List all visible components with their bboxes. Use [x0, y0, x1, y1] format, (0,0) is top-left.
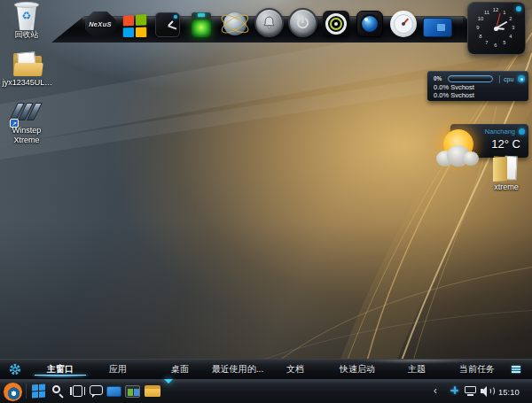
clock-number: 7: [483, 40, 490, 45]
tab-recent[interactable]: 最近使用的...: [212, 363, 263, 376]
gauge-icon: [390, 11, 417, 37]
recycle-symbol-icon: ♻: [14, 11, 39, 21]
cpu-usage-bar: [448, 75, 493, 82]
nexus-tab-bar: 主窗口 应用 桌面 最近使用的... 文档 快速启动 主题 当前任务: [0, 359, 532, 378]
desktop: NeXuS: [0, 0, 532, 403]
nexus-logo-icon: NeXuS: [85, 12, 116, 37]
widget-status-dot-icon[interactable]: [518, 75, 525, 82]
tray-hidden-icons-chevron[interactable]: ‹: [434, 384, 437, 397]
dock-icon-gauge[interactable]: [387, 4, 420, 37]
globe-icon: [222, 11, 248, 37]
tab-current-tasks[interactable]: 当前任务: [459, 363, 495, 376]
taskbar-icon-media-app[interactable]: [125, 385, 140, 398]
winstep-logo-icon: ↗: [10, 101, 43, 126]
dock-icon-camera[interactable]: [353, 4, 387, 37]
cpu-meter-label: cpu: [504, 76, 513, 82]
windows-logo-icon: [122, 14, 145, 37]
chat-icon[interactable]: [90, 384, 104, 398]
recycle-bin-label: 回收站: [4, 30, 50, 40]
weather-widget[interactable]: Nanchang 12° C: [450, 124, 528, 158]
clock-widget[interactable]: 12 1 2 3 4 5 6 7 8 9 10 11: [467, 2, 526, 55]
search-icon[interactable]: [51, 384, 66, 399]
user-folder-label: jyx12345UL…: [2, 78, 53, 88]
analog-clock-icon: [155, 12, 180, 37]
panel-handle-icon[interactable]: [512, 366, 520, 374]
clock-number: 2: [507, 16, 514, 21]
taskbar-icon-blender[interactable]: [4, 383, 22, 401]
cpu-process-1: 0.0% Svchost: [434, 83, 474, 91]
winstep-label-line2: Xtreme: [4, 136, 50, 145]
desktop-icon-recycle-bin[interactable]: ♻ 回收站: [4, 2, 50, 40]
file-explorer-icon[interactable]: [145, 385, 160, 398]
dock: NeXuS: [83, 4, 454, 37]
widget-status-dot-icon[interactable]: [516, 6, 521, 12]
dock-icon-windows[interactable]: [117, 4, 151, 37]
tab-quick-launch[interactable]: 快速启动: [340, 363, 375, 376]
weather-location: Nanchang: [485, 128, 515, 136]
clock-center-cap: [494, 27, 498, 31]
nexus-brand-text: NeXuS: [89, 20, 112, 28]
cpu-process-2: 0.0% Svchost: [434, 91, 474, 99]
tab-themes[interactable]: 主题: [408, 363, 426, 376]
desktop-icon-user-folder[interactable]: jyx12345UL…: [2, 51, 53, 88]
dock-icon-speaker[interactable]: [319, 4, 353, 37]
clock-number: 9: [474, 25, 481, 30]
tab-desktop[interactable]: 桌面: [171, 363, 189, 376]
cpu-usage-percent: 0%: [434, 75, 442, 81]
tray-accent-plus-icon[interactable]: [450, 386, 458, 394]
divider: [499, 75, 500, 83]
taskbar-clock[interactable]: 15:10: [498, 387, 520, 397]
dock-icon-clock[interactable]: [151, 4, 184, 37]
widget-status-dot-icon[interactable]: [519, 128, 525, 135]
shortcut-arrow-icon: ↗: [10, 119, 19, 128]
power-icon: [288, 8, 317, 37]
xtreme-folder-label: xtreme: [486, 182, 527, 192]
dock-pointer-icon: [164, 379, 173, 384]
dock-icon-internet[interactable]: [218, 4, 252, 37]
desktop-icon-winstep[interactable]: ↗ Winstep Xtreme: [4, 101, 50, 145]
speaker-icon: [323, 11, 349, 37]
dock-icon-nexus[interactable]: NeXuS: [83, 4, 117, 37]
recycle-bin-icon: ♻: [14, 2, 39, 30]
clock-number: 3: [510, 25, 517, 30]
clock-number: 6: [492, 43, 499, 48]
tab-documents[interactable]: 文档: [286, 363, 304, 376]
network-icon[interactable]: [465, 386, 477, 396]
dock-icon-desktop-preview[interactable]: [420, 4, 454, 37]
recycle-bin-full-icon: [191, 12, 212, 37]
weather-temperature: 12° C: [491, 137, 520, 151]
desktop-preview-icon: [423, 18, 452, 37]
folder-icon: [12, 51, 43, 78]
clock-number: 10: [477, 16, 484, 21]
clock-number: 5: [501, 40, 508, 45]
tab-main-window[interactable]: 主窗口: [47, 363, 74, 376]
cpu-meter-widget[interactable]: 0% cpu 0.0% Svchost 0.0% Svchost: [427, 71, 528, 101]
clock-number: 1: [501, 10, 508, 15]
camera-lens-icon: [356, 11, 383, 37]
open-folder-icon: [491, 154, 521, 182]
wallpaper-light-streaks: [0, 0, 532, 403]
volume-icon[interactable]: [481, 385, 494, 397]
task-view-icon[interactable]: [70, 384, 85, 398]
bell-icon: [254, 8, 284, 37]
clock-number: 11: [483, 10, 490, 15]
tab-applications[interactable]: 应用: [109, 363, 127, 376]
settings-gear-icon[interactable]: [9, 363, 21, 376]
taskbar-window-thumbnail[interactable]: [106, 386, 121, 397]
dock-icon-power[interactable]: [286, 4, 319, 37]
dock-icon-bell[interactable]: [252, 4, 286, 37]
taskbar-separator: [26, 384, 27, 399]
desktop-icon-xtreme-folder[interactable]: xtreme: [486, 154, 527, 192]
dock-icon-recycle-full[interactable]: [184, 4, 218, 37]
clock-number: 4: [507, 34, 514, 39]
clock-number: 12: [492, 7, 499, 12]
clock-number: 8: [477, 34, 484, 39]
start-button[interactable]: [32, 384, 45, 398]
